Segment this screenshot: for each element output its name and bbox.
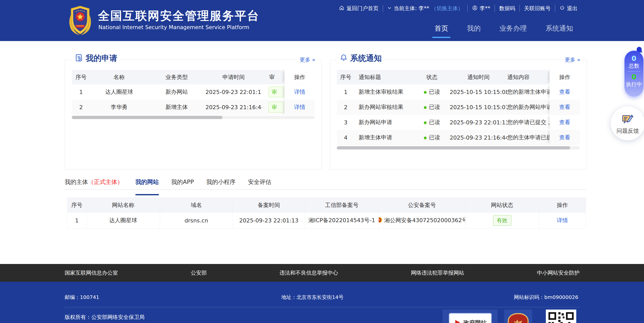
data-code-link[interactable]: 数据码 bbox=[495, 5, 519, 12]
current-subject[interactable]: 当前主体: 李** （切换主体） bbox=[383, 5, 467, 12]
read-status-label: 已读 bbox=[429, 104, 440, 110]
cell-domain: drsns.cn bbox=[160, 212, 233, 228]
tab-my-website[interactable]: 我的网站 bbox=[135, 178, 159, 189]
running-count: 0 bbox=[624, 73, 643, 81]
notices-more-link[interactable]: 更多 » bbox=[562, 56, 583, 63]
task-counter-widget[interactable]: 0 总数 0 执行中 bbox=[624, 51, 643, 97]
view-link[interactable]: 查看 bbox=[559, 103, 570, 111]
detail-link[interactable]: 详情 bbox=[294, 88, 305, 96]
back-portal-label: 返回门户首页 bbox=[346, 5, 378, 12]
tab-security-assessment[interactable]: 安全评估 bbox=[248, 178, 271, 189]
footer-link-report-center[interactable]: 违法和不良信息举报中心 bbox=[280, 269, 338, 276]
cell-content: 您的申请已提交， bbox=[507, 119, 549, 126]
footer-info: 邮编：100741 地址：北京市东长安街14号 网站标识码：bm09000026… bbox=[0, 282, 644, 323]
cell-site-status: 有效 bbox=[465, 212, 539, 228]
cell-action: 详情 bbox=[284, 84, 315, 100]
horizontal-scrollbar[interactable] bbox=[337, 146, 580, 149]
footer-link-mps[interactable]: 公安部 bbox=[191, 269, 207, 276]
read-status-dot bbox=[424, 91, 427, 94]
cell-no: 3 bbox=[337, 119, 355, 126]
system-notices-panel: 系统通知 更多 » 序号 通知标题 状态 通知时间 通知内容 操作 1 新增主体… bbox=[330, 60, 587, 169]
logout-label: 退出 bbox=[567, 5, 578, 12]
my-applications-legend: 我的申请 bbox=[72, 53, 120, 64]
footer-link-sme-protection[interactable]: 中小网站安全防护 bbox=[537, 269, 580, 276]
col-status: 审 bbox=[262, 73, 284, 81]
notices-table-header: 序号 通知标题 状态 通知时间 通知内容 操作 bbox=[337, 70, 580, 84]
footer-link-cybercrime-report[interactable]: 网络违法犯罪举报网站 bbox=[411, 269, 464, 276]
col-action: 操作 bbox=[284, 70, 315, 84]
nav-notices[interactable]: 系统通知 bbox=[546, 24, 573, 33]
cell-no: 2 bbox=[72, 104, 90, 110]
col-record-time: 备案时间 bbox=[233, 198, 305, 212]
detail-link[interactable]: 详情 bbox=[294, 103, 305, 111]
system-notices-title: 系统通知 bbox=[350, 53, 382, 64]
horizontal-scrollbar[interactable] bbox=[72, 116, 315, 119]
link-old-account-label: 关联旧账号 bbox=[524, 5, 551, 12]
table-row: 2 李华勇 新增主体 2025-09-23 21:16:44 审 详情 bbox=[72, 100, 315, 115]
police-roundel-icon bbox=[379, 217, 382, 224]
utility-nav: 返回门户首页 当前主体: 李** （切换主体） 李** 数据码 关联旧账号 退出 bbox=[339, 5, 578, 12]
switch-subject-link[interactable]: （切换主体） bbox=[431, 5, 463, 12]
tab-my-miniprogram[interactable]: 我的小程序 bbox=[206, 178, 235, 189]
feedback-button[interactable]: 问题反馈 bbox=[611, 106, 644, 140]
cell-time: 2025-09-23 21:16:44 bbox=[450, 135, 507, 141]
cell-miit-number: 湘ICP备2022014543号-1 bbox=[305, 212, 379, 228]
form-check-icon bbox=[75, 53, 83, 63]
logout-button[interactable]: 退出 bbox=[555, 5, 578, 12]
system-notices-legend: 系统通知 bbox=[337, 53, 385, 64]
elder-friendly-badge[interactable]: 老 bbox=[504, 310, 532, 323]
red-flag-icon bbox=[454, 319, 461, 323]
footer-link-cac[interactable]: 国家互联网信息办公室 bbox=[65, 269, 118, 276]
col-name: 名称 bbox=[90, 73, 148, 81]
cell-status: 已读 bbox=[414, 134, 450, 141]
gov-site-badge[interactable]: 政府网站 bbox=[443, 310, 498, 323]
address: 地址：北京市东长安街14号 bbox=[281, 294, 343, 301]
view-link[interactable]: 查看 bbox=[559, 88, 570, 96]
home-icon bbox=[339, 5, 344, 12]
nav-home[interactable]: 首页 bbox=[434, 24, 448, 33]
read-status-dot bbox=[424, 121, 427, 124]
my-assets-tabs: 我的主体（正式主体） 我的网站 我的APP 我的小程序 安全评估 bbox=[65, 178, 586, 190]
audit-status-badge: 审 bbox=[269, 102, 284, 112]
cell-action: 查看 bbox=[549, 130, 580, 145]
col-action: 操作 bbox=[549, 70, 580, 84]
cell-time: 2025-09-23 22:01:13 bbox=[450, 119, 507, 126]
cell-type: 新增主体 bbox=[148, 103, 205, 111]
cell-time: 2025-10-15 10:15:08 bbox=[450, 89, 507, 95]
link-old-account[interactable]: 关联旧账号 bbox=[519, 5, 555, 12]
view-link[interactable]: 查看 bbox=[559, 134, 570, 141]
detail-link[interactable]: 详情 bbox=[557, 217, 568, 224]
total-label: 总数 bbox=[624, 62, 643, 69]
pill-divider bbox=[628, 71, 640, 71]
table-row: 2 新办网站审核结果 已读 2025-10-15 10:15:07 您的新办网站… bbox=[337, 100, 580, 115]
nav-business[interactable]: 业务办理 bbox=[499, 24, 527, 33]
col-status: 状态 bbox=[414, 73, 450, 81]
back-portal-link[interactable]: 返回门户首页 bbox=[339, 5, 383, 12]
cell-title: 新增主体申请 bbox=[355, 134, 414, 141]
formal-subject-flag: （正式主体） bbox=[88, 179, 123, 185]
view-link[interactable]: 查看 bbox=[559, 119, 570, 126]
cell-content: 您的主体申请已提 bbox=[507, 134, 549, 141]
applications-more-link[interactable]: 更多 » bbox=[297, 56, 318, 63]
copyright: 版权所有：公安部网络安全保卫局 bbox=[65, 314, 145, 321]
read-status-dot bbox=[424, 137, 427, 139]
tab-my-app[interactable]: 我的APP bbox=[171, 178, 194, 189]
cell-name: 李华勇 bbox=[90, 103, 148, 111]
site-code: 网站标识码：bm09000026 bbox=[514, 294, 578, 301]
cell-police-number: 湘公网安备43072502000362号 bbox=[379, 212, 465, 228]
police-number-text[interactable]: 湘公网安备43072502000362号 bbox=[384, 217, 465, 224]
cell-title: 新办网站审核结果 bbox=[355, 103, 414, 111]
col-site-status: 网站状态 bbox=[465, 198, 539, 212]
table-row: 3 新办网站申请 已读 2025-09-23 22:01:13 您的申请已提交，… bbox=[337, 115, 580, 130]
col-no: 序号 bbox=[67, 198, 86, 212]
cell-action: 查看 bbox=[549, 115, 580, 130]
read-status-dot bbox=[424, 106, 427, 109]
scrollbar-thumb[interactable] bbox=[337, 146, 570, 149]
scrollbar-thumb[interactable] bbox=[72, 116, 222, 119]
nav-mine[interactable]: 我的 bbox=[467, 24, 481, 33]
valid-status-badge: 有效 bbox=[493, 215, 511, 226]
footer-divider bbox=[65, 307, 580, 307]
tab-my-subject[interactable]: 我的主体（正式主体） bbox=[65, 178, 123, 189]
table-row: 1 达人圈星球 新办网站 2025-09-23 22:01:13 审 详情 bbox=[72, 84, 315, 100]
user-menu[interactable]: 李** bbox=[467, 5, 495, 12]
